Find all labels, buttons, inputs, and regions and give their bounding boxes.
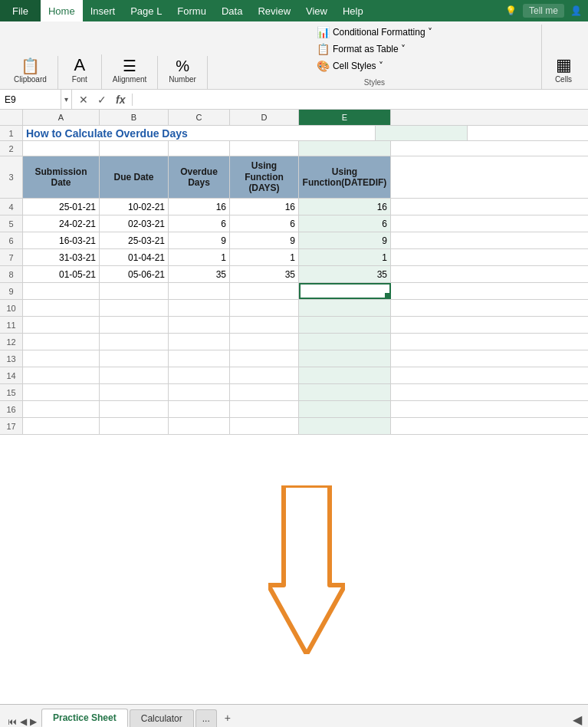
cell-b8[interactable]: 05-06-21 [100,266,169,282]
cell-c6[interactable]: 9 [169,232,230,248]
confirm-formula-btn[interactable]: ✓ [95,94,109,106]
cell-e4[interactable]: 16 [299,199,391,215]
row-15: 15 [0,384,588,401]
next-sheet-btn[interactable]: ▶ [30,716,37,727]
calculator-tab[interactable]: Calculator [130,709,194,727]
col-header-e[interactable]: E [299,110,391,125]
sheet-tabs: ⏮ ◀ ▶ Practice Sheet Calculator ... + ◀ [0,704,588,727]
col-header-d[interactable]: D [230,110,299,125]
file-menu[interactable]: File [0,0,41,21]
page-layout-menu[interactable]: Page L [123,0,169,21]
row-13: 13 [0,350,588,367]
add-sheet-btn[interactable]: + [218,709,237,727]
col-header-b[interactable]: B [100,110,169,125]
cell-e2[interactable] [299,141,391,156]
col-header-c[interactable]: C [169,110,230,125]
account-icon[interactable]: 👤 [570,5,582,16]
cell-a9[interactable] [23,283,100,299]
name-box-dropdown[interactable]: ▾ [61,90,72,109]
clipboard-btn[interactable]: 📋 Clipboard [9,56,51,86]
cell-styles-btn[interactable]: 🎨 Cell Styles ˅ [312,58,388,74]
cell-b3[interactable]: Due Date [100,156,169,198]
help-menu[interactable]: Help [335,0,371,21]
cell-b2[interactable] [100,141,169,156]
number-btn[interactable]: % Number [164,56,201,86]
row-num-8: 8 [0,266,23,282]
cell-d5[interactable]: 6 [230,215,299,232]
first-sheet-btn[interactable]: ⏮ [8,716,17,727]
cell-a2[interactable] [23,141,100,156]
cell-c2[interactable] [169,141,230,156]
row-17: 17 [0,418,588,435]
insert-menu[interactable]: Insert [83,0,123,21]
cell-e1[interactable] [376,126,468,140]
cell-d10[interactable] [230,300,299,316]
data-menu[interactable]: Data [214,0,250,21]
cell-c4[interactable]: 16 [169,199,230,215]
format-as-table-btn[interactable]: 📋 Format as Table ˅ [312,41,410,57]
practice-sheet-tab[interactable]: Practice Sheet [41,709,128,727]
alignment-icon: ☰ [123,58,136,74]
cell-d8[interactable]: 35 [230,266,299,282]
font-btn[interactable]: A Font [64,54,95,86]
review-menu[interactable]: Review [250,0,298,21]
cell-a1[interactable]: How to Calculate Overdue Days [23,126,376,140]
cell-d6[interactable]: 9 [230,232,299,248]
cell-d7[interactable]: 1 [230,249,299,265]
cell-e8[interactable]: 35 [299,266,391,282]
cancel-formula-btn[interactable]: ✕ [77,94,90,106]
cells-group: ▦ Cells [542,54,585,89]
cell-c5[interactable]: 6 [169,215,230,232]
cell-b10[interactable] [100,300,169,316]
cell-a6[interactable]: 16-03-21 [23,232,100,248]
formula-controls: ✕ ✓ fx [72,94,133,106]
cell-b7[interactable]: 01-04-21 [100,249,169,265]
ribbon: 📋 Clipboard A Font ☰ Alignment [0,21,588,90]
cell-e3[interactable]: Using Function(DATEDIF) [299,156,391,198]
prev-sheet-btn[interactable]: ◀ [20,716,27,727]
number-icon: % [176,58,189,74]
cell-a5[interactable]: 24-02-21 [23,215,100,232]
cells-icon: ▦ [556,57,572,74]
col-header-a[interactable]: A [23,110,100,125]
cell-b5[interactable]: 02-03-21 [100,215,169,232]
cell-e10[interactable] [299,300,391,316]
formula-input[interactable] [133,94,588,105]
row-num-9: 9 [0,283,23,299]
cell-e5[interactable]: 6 [299,215,391,232]
tell-me-box[interactable]: Tell me [523,4,564,18]
cells-btn[interactable]: ▦ Cells [548,54,579,86]
cell-a10[interactable] [23,300,100,316]
cell-b9[interactable] [100,283,169,299]
cell-b4[interactable]: 10-02-21 [100,199,169,215]
formulas-menu[interactable]: Formu [169,0,214,21]
cell-b6[interactable]: 25-03-21 [100,232,169,248]
cell-c3[interactable]: Overdue Days [169,156,230,198]
name-box[interactable]: E9 [0,90,61,109]
cell-a4[interactable]: 25-01-21 [23,199,100,215]
row-1: 1 How to Calculate Overdue Days [0,126,588,141]
cell-d4[interactable]: 16 [230,199,299,215]
home-menu[interactable]: Home [41,0,83,21]
conditional-formatting-btn[interactable]: 📊 Conditional Formatting ˅ [312,25,437,40]
cell-a3[interactable]: Submission Date [23,156,100,198]
alignment-btn[interactable]: ☰ Alignment [108,56,151,86]
cell-a8[interactable]: 01-05-21 [23,266,100,282]
scroll-left-btn[interactable]: ◀ [573,712,582,727]
cell-e7[interactable]: 1 [299,249,391,265]
fx-btn[interactable]: fx [113,94,127,106]
menu-bar: File Home Insert Page L Formu Data Revie… [0,0,588,21]
cell-e6[interactable]: 9 [299,232,391,248]
more-sheets-btn[interactable]: ... [195,709,217,727]
cell-d2[interactable] [230,141,299,156]
cell-d9[interactable] [230,283,299,299]
cell-c8[interactable]: 35 [169,266,230,282]
cell-c10[interactable] [169,300,230,316]
cell-c7[interactable]: 1 [169,249,230,265]
cell-e9-resize-handle[interactable] [385,293,389,298]
cell-e9[interactable] [299,283,391,299]
cell-a7[interactable]: 31-03-21 [23,249,100,265]
cell-c9[interactable] [169,283,230,299]
view-menu[interactable]: View [298,0,335,21]
cell-d3[interactable]: Using Function (DAYS) [230,156,299,198]
